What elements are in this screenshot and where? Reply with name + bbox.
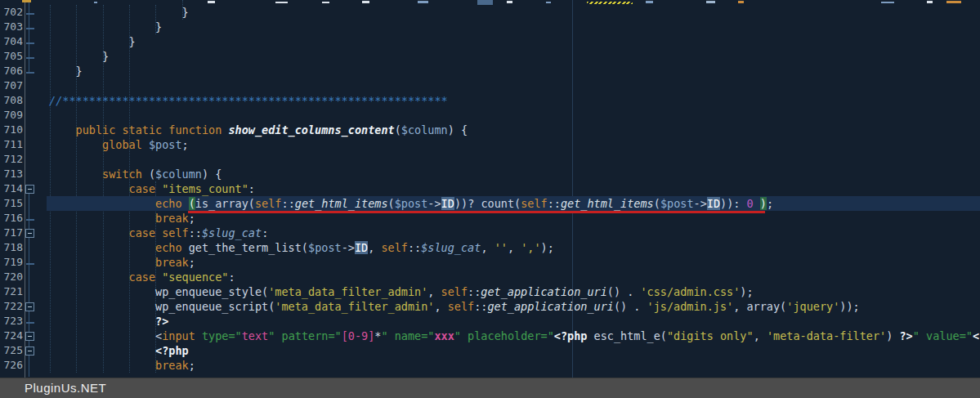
code-line[interactable]: case "items_count": [49, 181, 255, 196]
clipped-code-fragment [546, 2, 551, 3]
code-line[interactable]: wp_enqueue_style('meta_data_filter_admin… [49, 284, 754, 299]
code-line[interactable]: <?php [49, 343, 189, 358]
line-number[interactable]: 714 [0, 181, 23, 196]
fold-end-mark [26, 28, 34, 29]
line-number[interactable]: 711 [0, 137, 23, 152]
clipped-code-fragment [927, 1, 933, 3]
code-line[interactable]: } [49, 5, 189, 20]
line-number[interactable]: 705 [0, 49, 23, 64]
code-line[interactable]: break; [49, 358, 195, 373]
line-number[interactable]: 725 [0, 343, 23, 358]
clipped-code-fragment [418, 1, 428, 3]
line-number[interactable]: 720 [0, 270, 23, 284]
code-line[interactable]: echo get_the_term_list($post->ID, self::… [49, 240, 554, 255]
fold-collapse-icon[interactable] [25, 332, 34, 341]
clipped-code-fragment [477, 0, 493, 5]
clipped-code-fragment [738, 1, 744, 3]
fold-end-mark [26, 57, 34, 59]
code-line[interactable]: case self::$slug_cat: [49, 226, 268, 240]
code-line[interactable]: <input type="text" pattern="[0-9]*" name… [49, 329, 980, 343]
line-number[interactable]: 716 [0, 211, 23, 226]
line-number[interactable]: 712 [0, 152, 23, 167]
line-number[interactable]: 719 [0, 255, 23, 270]
right-margin-guide [572, 0, 573, 378]
status-bar-text: PluginUs.NET [25, 381, 106, 396]
code-line[interactable]: } [49, 49, 109, 64]
line-number[interactable]: 715 [0, 196, 23, 211]
fold-collapse-icon[interactable] [25, 229, 34, 238]
fold-end-mark [26, 219, 34, 221]
code-line[interactable]: } [49, 20, 162, 34]
line-number[interactable]: 707 [0, 78, 23, 93]
code-line[interactable]: break; [49, 211, 195, 226]
code-line[interactable]: } [49, 34, 136, 49]
code-line[interactable]: } [49, 64, 83, 78]
code-line[interactable]: switch ($column) { [49, 167, 222, 181]
clipped-code-fragment [881, 2, 894, 3]
fold-end-mark [26, 263, 34, 265]
fold-connector-line [29, 0, 29, 73]
code-line[interactable]: //**************************************… [49, 93, 448, 108]
status-bar: PluginUs.NET [0, 378, 980, 398]
code-line[interactable]: wp_enqueue_script('meta_data_filter_admi… [49, 299, 860, 314]
code-line[interactable]: global $post; [49, 137, 189, 152]
line-number[interactable]: 722 [0, 299, 23, 314]
fold-collapse-icon[interactable] [25, 185, 34, 194]
fold-end-mark [26, 42, 34, 44]
clipped-code-fragment [208, 1, 215, 3]
clipped-code-fragment [507, 1, 512, 3]
line-number[interactable]: 708 [0, 93, 23, 108]
clipped-code-fragment [706, 1, 715, 3]
line-number[interactable]: 702 [0, 5, 23, 20]
clipped-code-fragment [646, 1, 653, 3]
line-number[interactable]: 717 [0, 226, 23, 240]
line-number[interactable]: 726 [0, 358, 23, 373]
line-number[interactable]: 724 [0, 329, 23, 343]
fold-end-mark [26, 72, 34, 74]
clipped-code-fragment [275, 2, 288, 3]
clipped-code-fragment [94, 2, 97, 3]
line-number[interactable]: 706 [0, 64, 23, 78]
clipped-code-fragment [362, 1, 369, 3]
spellcheck-squiggle-fragment [587, 2, 633, 4]
code-line[interactable]: public static function show_edit_columns… [49, 123, 468, 137]
line-number[interactable]: 709 [0, 108, 23, 123]
line-number[interactable]: 704 [0, 34, 23, 49]
error-underline [188, 211, 765, 213]
fold-end-mark [26, 13, 34, 15]
code-line[interactable]: case "sequence": [49, 270, 235, 284]
line-number[interactable]: 710 [0, 123, 23, 137]
clipped-code-fragment [22, 0, 31, 2]
line-number[interactable]: 718 [0, 240, 23, 255]
clipped-code-fragment [322, 2, 329, 3]
line-number[interactable]: 723 [0, 314, 23, 329]
fold-end-mark [26, 322, 34, 324]
fold-collapse-icon[interactable] [25, 347, 34, 356]
code-line[interactable]: break; [49, 255, 195, 270]
line-number[interactable]: 721 [0, 284, 23, 299]
clipped-code-fragment [946, 1, 961, 3]
code-editor[interactable]: 702 }703 }704 }705 }706 }707708//*******… [0, 0, 980, 378]
code-line[interactable]: ?> [49, 314, 168, 329]
fold-collapse-icon[interactable] [25, 302, 34, 311]
code-line[interactable]: echo (is_array(self::get_html_items($pos… [49, 196, 773, 211]
ide-window: 702 }703 }704 }705 }706 }707708//*******… [0, 0, 980, 398]
line-number[interactable]: 713 [0, 167, 23, 181]
line-number[interactable]: 703 [0, 20, 23, 34]
